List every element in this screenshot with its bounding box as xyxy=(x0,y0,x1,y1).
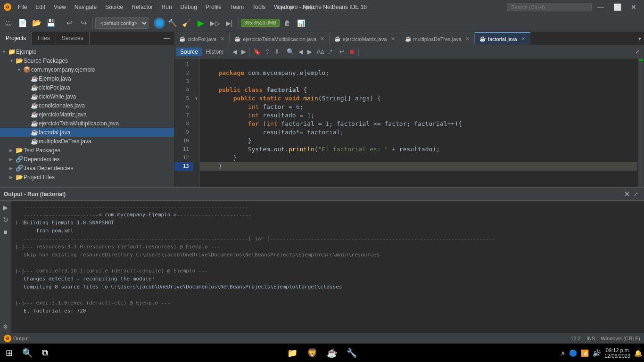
code-line-9[interactable]: resultado*= factorial; xyxy=(200,128,637,137)
editor-tab-1[interactable]: ☕ejercicioTablaMultiplicacion.java✕ xyxy=(230,32,330,45)
maximize-editor[interactable]: ⤢ xyxy=(633,47,642,56)
tree-item-cicloFor[interactable]: ☕cicloFor.java xyxy=(0,83,174,92)
memory-button[interactable]: 395.3/520.0MB xyxy=(241,19,280,27)
tree-item-factorial[interactable]: ☕factorial.java xyxy=(0,128,174,137)
fold-button-1[interactable] xyxy=(194,60,199,69)
editor-tab-2[interactable]: ☕ejercicioMatriz.java✕ xyxy=(330,32,400,45)
menu-item-debug[interactable]: Debug xyxy=(177,3,201,11)
editor-tab-4[interactable]: ☕factorial.java✕ xyxy=(475,32,530,45)
sidebar-tab-files[interactable]: Files xyxy=(32,32,56,45)
code-content[interactable]: package com.mycompany.ejemplo; public cl… xyxy=(200,58,637,187)
run-output-button[interactable]: ▶ xyxy=(2,203,9,212)
editor-tab-3[interactable]: ☕multiplosDeTres.java✕ xyxy=(400,32,475,45)
new-file-button[interactable]: 📄 xyxy=(16,16,29,30)
volume-icon[interactable]: 🔊 xyxy=(593,349,601,357)
menu-item-team[interactable]: Team xyxy=(226,3,248,11)
code-line-3[interactable] xyxy=(200,77,637,86)
config-dropdown[interactable]: <default config> xyxy=(95,17,149,29)
taskbar-java[interactable]: ☕ xyxy=(323,345,340,362)
menu-item-edit[interactable]: Edit xyxy=(32,3,49,11)
code-line-2[interactable]: package com.mycompany.ejemplo; xyxy=(200,69,637,77)
expand-button[interactable]: [-] xyxy=(15,243,22,251)
prev-bookmark[interactable]: ⇧ xyxy=(263,47,272,56)
sidebar-close-button[interactable]: — xyxy=(160,32,174,45)
tree-item-test-packages[interactable]: ▶📂Test Packages xyxy=(0,146,174,155)
code-line-11[interactable]: System.out.println("El factorial es: " +… xyxy=(200,145,637,154)
undo-button[interactable]: ↩ xyxy=(63,16,76,30)
tab-close-button[interactable]: ✕ xyxy=(465,36,470,42)
expand-button[interactable]: [-] xyxy=(15,267,22,275)
stop-run-button[interactable]: ■ xyxy=(2,227,8,237)
fold-button-10[interactable] xyxy=(194,137,199,145)
menu-item-run[interactable]: Run xyxy=(158,3,176,11)
tab-close-button[interactable]: ✕ xyxy=(220,36,224,42)
rerun-button[interactable]: ↻ xyxy=(2,215,9,224)
source-tab-button[interactable]: Source xyxy=(176,48,202,56)
code-line-8[interactable]: for (int factorial = 1; factorial <= fac… xyxy=(200,120,637,128)
tree-item-java-deps[interactable]: ▶🔗Java Dependencies xyxy=(0,164,174,173)
restore-button[interactable]: ⬜ xyxy=(610,2,625,12)
code-line-7[interactable]: int resultado = 1; xyxy=(200,111,637,120)
toggle-bookmark[interactable]: 🔖 xyxy=(251,47,263,56)
tab-close-button[interactable]: ✕ xyxy=(391,36,395,42)
fold-button-7[interactable] xyxy=(194,111,199,120)
menu-item-file[interactable]: File xyxy=(14,3,31,11)
sidebar-tab-projects[interactable]: Projects xyxy=(0,32,32,45)
code-line-10[interactable]: } xyxy=(200,137,637,145)
menu-item-navigate[interactable]: Navigate xyxy=(71,3,100,11)
regex-toggle[interactable]: .* xyxy=(326,47,334,56)
fold-button-2[interactable] xyxy=(194,69,199,77)
taskbar-explorer[interactable]: 📁 xyxy=(284,345,301,362)
expand-button[interactable]: [-] xyxy=(15,299,22,307)
search-taskbar-button[interactable]: 🔍 xyxy=(18,346,36,360)
profiler-button[interactable]: 📊 xyxy=(295,16,308,30)
tree-item-dependencies[interactable]: ▶🔗Dependencies xyxy=(0,155,174,164)
output-settings-button[interactable]: ⚙ xyxy=(2,322,9,331)
taskbar-netbeans[interactable]: 🔧 xyxy=(343,345,360,362)
run-button[interactable]: ▶ xyxy=(194,16,207,30)
save-button[interactable]: 💾 xyxy=(44,16,58,30)
gc-button[interactable]: 🗑 xyxy=(281,16,294,30)
tab-close-button[interactable]: ✕ xyxy=(521,36,525,42)
task-view-button[interactable]: ⧉ xyxy=(38,346,52,360)
chevron-up-icon[interactable]: ∧ xyxy=(561,349,565,357)
new-project-button[interactable]: 🗂 xyxy=(2,16,15,30)
search-input[interactable] xyxy=(507,3,592,11)
output-close-button[interactable]: ✕ xyxy=(622,189,632,198)
code-line-5[interactable]: public static void main(String[] args) { xyxy=(200,94,637,103)
fold-button-11[interactable] xyxy=(194,145,199,154)
code-line-1[interactable] xyxy=(200,60,637,69)
menu-item-view[interactable]: View xyxy=(50,3,70,11)
redo-button[interactable]: ↪ xyxy=(77,16,90,30)
back-button[interactable]: ◀ xyxy=(231,47,239,56)
fold-button-4[interactable] xyxy=(194,86,199,94)
tree-item-com-package[interactable]: ▼📦com.mycompany.ejemplo xyxy=(0,65,174,74)
fold-button-13[interactable] xyxy=(194,162,199,171)
next-bookmark[interactable]: ⇩ xyxy=(272,47,281,56)
menu-item-source[interactable]: Source xyxy=(101,3,127,11)
fold-button-6[interactable] xyxy=(194,103,199,111)
notifications-icon[interactable]: 🔔 xyxy=(634,349,642,357)
editor-tab-0[interactable]: ☕cicloFor.java✕ xyxy=(174,32,230,45)
tree-item-multiplosDeTres[interactable]: ☕multiplosDeTres.java xyxy=(0,137,174,146)
build-button[interactable]: 🔨 xyxy=(166,16,179,30)
minimize-button[interactable]: — xyxy=(594,2,608,12)
code-line-13[interactable]: } xyxy=(200,162,637,171)
menu-item-profile[interactable]: Profile xyxy=(202,3,225,11)
tab-close-button[interactable]: ✕ xyxy=(320,36,324,42)
close-button[interactable]: ✕ xyxy=(627,2,640,12)
wifi-icon[interactable]: 📶 xyxy=(581,349,589,357)
run-file-button[interactable]: ▶▷ xyxy=(208,16,222,30)
debug-button[interactable]: ▶| xyxy=(223,16,236,30)
tree-item-ejemplo[interactable]: ▼📁Ejemplo xyxy=(0,47,174,56)
tree-item-src-packages[interactable]: ▼📂Source Packages xyxy=(0,56,174,65)
bluetooth-icon[interactable]: 🔵 xyxy=(569,349,577,357)
open-project-button[interactable]: 📂 xyxy=(30,16,43,30)
tree-item-Ejemplo[interactable]: ☕Ejemplo.java xyxy=(0,74,174,83)
code-line-6[interactable]: int factor = 6; xyxy=(200,103,637,111)
tree-item-ejercicioMatriz[interactable]: ☕ejercicioMatriz.java xyxy=(0,110,174,119)
toggle-line-wrap[interactable]: ↵ xyxy=(338,47,347,56)
tab-overflow-button[interactable]: ▾ xyxy=(636,35,644,42)
tree-item-project-files[interactable]: ▶📂Project Files xyxy=(0,173,174,181)
tree-item-cicloWhile[interactable]: ☕cicloWhile.java xyxy=(0,92,174,101)
